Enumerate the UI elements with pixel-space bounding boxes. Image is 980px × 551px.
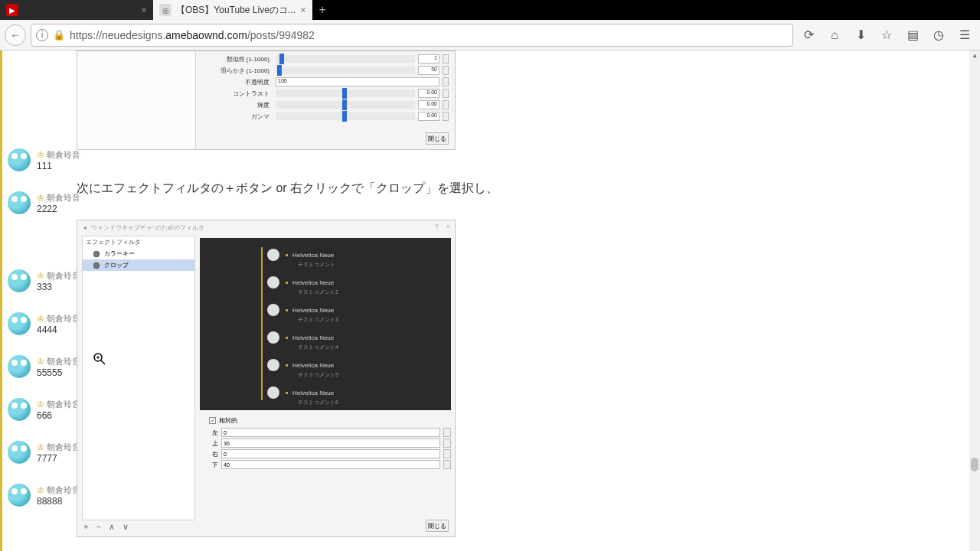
crown-icon: ♔ [37,271,44,281]
youtube-icon: ▶ [6,4,18,16]
slider-thumb[interactable] [279,54,284,64]
crop-field-input[interactable]: 40 [221,460,440,469]
spinner-icon[interactable] [443,112,449,121]
history-button[interactable]: ◷ [928,24,949,46]
tab-label: 【OBS】YouTube Liveのコ... [176,4,296,17]
filter-list: エフェクトフィルタ カラーキークロップ [82,236,195,520]
crown-icon: ♔ [37,193,44,203]
toolbar-button[interactable]: ∨ [122,522,129,532]
number-input[interactable]: 100 [276,77,439,86]
obs-filter-panel-colorkey: 類似性 (1-1000)1滑らかさ (1-1000)50不透明度100コントラス… [77,51,456,150]
scroll-up-icon[interactable]: ▴ [971,51,978,60]
spinner-icon[interactable] [443,460,451,469]
help-icon[interactable]: ? [435,223,439,230]
chat-text: 333 [37,282,80,292]
avatar [267,249,279,261]
close-icon[interactable]: × [141,4,147,16]
bookmark-button[interactable]: ☆ [876,24,897,46]
ownd-icon: ◎ [159,4,172,16]
url-bar[interactable]: i 🔒 https://neuedesigns.amebaownd.com/po… [31,24,793,47]
preview-subrow: テストコメント4 [298,344,338,351]
crop-preview: Helvetica NeueテストコメントHelvetica Neueテストコメ… [200,238,451,410]
slider-thumb[interactable] [277,65,282,76]
spinner-icon[interactable] [443,77,449,86]
scrollbar-thumb[interactable] [971,458,978,471]
spinner-icon[interactable] [443,439,451,448]
visibility-icon[interactable] [93,251,100,257]
chat-author: ♔朝倉玲音 [37,270,80,282]
slider-label: ガンマ [200,112,273,121]
spinner-icon[interactable] [443,100,449,109]
home-button[interactable]: ⌂ [824,24,845,46]
number-input[interactable]: 0.00 [418,100,439,109]
article-body: 類似性 (1-1000)1滑らかさ (1-1000)50不透明度100コントラス… [77,51,965,537]
filter-item[interactable]: クロップ [83,259,194,271]
avatar [8,355,31,378]
spinner-icon[interactable] [443,89,449,98]
slider-track[interactable] [276,55,415,63]
tab-article[interactable]: ◎ 【OBS】YouTube Liveのコ... × [153,0,312,20]
number-input[interactable]: 0.00 [418,112,439,121]
close-icon[interactable]: × [446,223,450,230]
slider-track[interactable] [276,101,415,109]
toolbar-button[interactable]: ∧ [109,522,115,532]
close-button[interactable]: 閉じる [426,132,449,145]
chat-author: ♔朝倉玲音 [37,192,80,204]
slider-row: コントラスト0.00 [200,89,449,98]
calendar-button[interactable]: ▤ [902,24,923,46]
crop-field-input[interactable]: 0 [221,428,440,437]
slider-label: 輝度 [200,101,273,109]
crown-icon: ♔ [37,150,44,160]
crop-guide [261,247,263,400]
slider-track[interactable] [276,90,415,97]
chat-text: 666 [37,410,80,421]
vertical-scrollbar[interactable]: ▴ [969,51,980,551]
crop-field-input[interactable]: 0 [221,449,440,458]
number-input[interactable]: 50 [418,66,439,75]
relative-checkbox[interactable]: ✓ [209,417,216,424]
slider-thumb[interactable] [342,99,347,110]
preview-subrow: テストコメント5 [298,371,338,379]
nav-bar: ← i 🔒 https://neuedesigns.amebaownd.com/… [0,20,980,51]
toolbar-button[interactable]: + [83,522,88,532]
obs-filter-panel-crop: ●'ウィンドウキャプチャ' のためのフィルタ ? × エフェクトフィルタ カラー… [77,220,456,537]
downloads-button[interactable]: ⬇ [850,24,871,46]
url-text: https://neuedesigns.amebaownd.com/posts/… [70,29,315,41]
slider-track[interactable] [276,112,415,120]
chat-author: ♔朝倉玲音 [37,356,80,367]
crown-icon: ♔ [37,485,44,495]
slider-thumb[interactable] [342,88,347,99]
chat-text: 2222 [37,204,80,214]
chat-text: 111 [37,161,80,171]
panel-sidebar [77,51,196,149]
preview-name: Helvetica Neue [292,362,334,369]
avatar [8,191,31,214]
slider-label: 類似性 (1-1000) [200,55,273,64]
crop-field-input[interactable]: 36 [221,439,440,448]
filter-item[interactable]: カラーキー [83,248,194,259]
close-button[interactable]: 閉じる [426,520,449,532]
spinner-icon[interactable] [443,428,451,437]
slider-track[interactable] [276,67,415,74]
tab-youtube[interactable]: ▶ × [0,0,153,20]
crown-icon: ♔ [37,442,44,452]
crop-field-row: 下40 [209,460,451,469]
spinner-icon[interactable] [443,54,449,64]
spinner-icon[interactable] [443,66,449,75]
reload-button[interactable]: ⟳ [798,24,819,46]
spinner-icon[interactable] [443,449,451,458]
preview-comment: テストコメント3 [298,316,338,324]
preview-comment: テストコメント2 [298,289,338,296]
toolbar-button[interactable]: − [96,522,100,532]
number-input[interactable]: 1 [418,54,439,64]
info-icon[interactable]: i [36,29,48,41]
number-input[interactable]: 0.00 [418,89,439,98]
new-tab-button[interactable]: + [312,0,332,20]
slider-thumb[interactable] [342,111,347,122]
chat-text: 7777 [37,453,80,464]
visibility-icon[interactable] [93,262,100,269]
close-icon[interactable]: × [300,4,306,16]
preview-row: Helvetica Neue [267,331,334,344]
back-button[interactable]: ← [5,24,26,46]
menu-button[interactable]: ☰ [954,24,975,46]
